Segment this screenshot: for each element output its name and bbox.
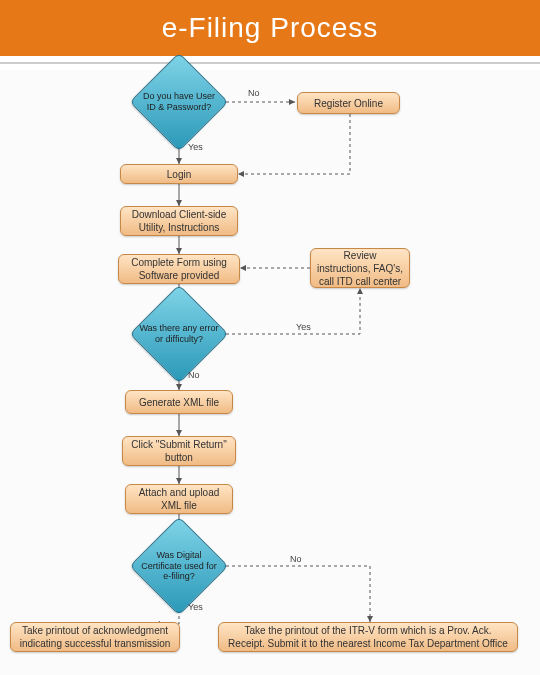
process-itrv: Take the printout of the ITR-V form whic… bbox=[218, 622, 518, 652]
divider bbox=[0, 62, 540, 64]
decision-credentials: Do you have User ID & Password? bbox=[132, 70, 226, 134]
decision-error: Was there any error or difficulty? bbox=[132, 302, 226, 366]
edge-yes: Yes bbox=[188, 602, 203, 612]
edge-no: No bbox=[248, 88, 260, 98]
edge-yes: Yes bbox=[188, 142, 203, 152]
page-title: e-Filing Process bbox=[0, 0, 540, 56]
process-register: Register Online bbox=[297, 92, 400, 114]
decision-dsc: Was Digital Certificate used for e-filin… bbox=[132, 534, 226, 598]
process-download: Download Client-side Utility, Instructio… bbox=[120, 206, 238, 236]
process-review: Review instructions, FAQ's, call ITD cal… bbox=[310, 248, 410, 288]
process-attach-upload: Attach and upload XML file bbox=[125, 484, 233, 514]
connectors bbox=[0, 70, 540, 675]
process-click-submit: Click "Submit Return" button bbox=[122, 436, 236, 466]
process-generate-xml: Generate XML file bbox=[125, 390, 233, 414]
decision-text: Do you have User ID & Password? bbox=[132, 91, 226, 113]
process-ack: Take printout of acknowledgment indicati… bbox=[10, 622, 180, 652]
edge-no: No bbox=[188, 370, 200, 380]
decision-text: Was there any error or difficulty? bbox=[132, 323, 226, 345]
edge-no: No bbox=[290, 554, 302, 564]
flowchart-canvas: Do you have User ID & Password? No Yes R… bbox=[0, 70, 540, 675]
process-login: Login bbox=[120, 164, 238, 184]
process-complete-form: Complete Form using Software provided bbox=[118, 254, 240, 284]
edge-yes: Yes bbox=[296, 322, 311, 332]
decision-text: Was Digital Certificate used for e-filin… bbox=[132, 550, 226, 582]
